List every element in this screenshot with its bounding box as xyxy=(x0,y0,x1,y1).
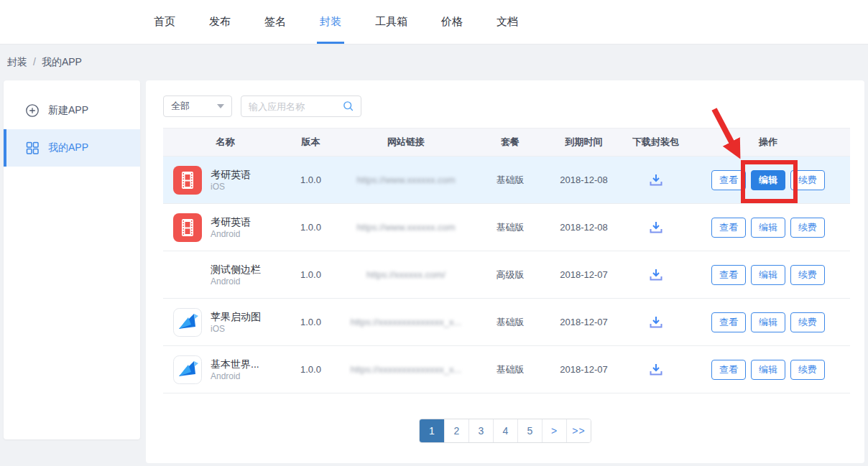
pagination: 12345>>> xyxy=(419,419,591,443)
last-page-button[interactable]: >> xyxy=(566,419,591,442)
app-platform: Android xyxy=(211,371,259,382)
column-header: 网站链接 xyxy=(334,136,478,149)
renew-button[interactable]: 续费 xyxy=(790,170,825,190)
page-button-1[interactable]: 1 xyxy=(420,419,444,442)
url-cell: https://www.xxxxxx.com xyxy=(334,174,478,185)
renew-button[interactable]: 续费 xyxy=(790,312,825,332)
nav-tab[interactable]: 价格 xyxy=(430,0,474,44)
table-header-row: 名称版本网站链接套餐到期时间下载封装包操作 xyxy=(163,128,850,157)
filter-select[interactable]: 全部 xyxy=(163,95,232,117)
app-name-cell: S 基本世界... Android xyxy=(163,355,287,384)
app-icon: S xyxy=(173,166,202,195)
search-box xyxy=(241,95,361,117)
sidebar-item-new-app[interactable]: 新建APP xyxy=(4,92,140,129)
page-button-3[interactable]: 3 xyxy=(468,419,493,442)
plan-cell: 基础版 xyxy=(478,316,542,329)
edit-button[interactable]: 编辑 xyxy=(751,360,785,380)
edit-button[interactable]: 编辑 xyxy=(751,265,785,285)
download-icon xyxy=(647,266,665,284)
search-input[interactable] xyxy=(249,101,342,112)
version-cell: 1.0.0 xyxy=(287,174,334,185)
search-icon[interactable] xyxy=(342,100,355,113)
breadcrumb-current: 我的APP xyxy=(42,56,82,69)
renew-button[interactable]: 续费 xyxy=(790,360,825,380)
view-button[interactable]: 查看 xyxy=(711,312,746,332)
app-platform: Android xyxy=(211,276,261,287)
breadcrumb-parent[interactable]: 封装 xyxy=(7,56,27,69)
table-row: S 测试侧边栏 Android 1.0.0 https://xxxxxx.com… xyxy=(163,251,850,299)
view-button[interactable]: 查看 xyxy=(711,265,746,285)
nav-tab[interactable]: 发布 xyxy=(198,0,242,44)
app-name: 考研英语 xyxy=(211,168,251,181)
sidebar-item-my-app[interactable]: 我的APP xyxy=(4,129,140,167)
actions-cell: 查看编辑续费 xyxy=(686,218,850,238)
app-name-cell: S 测试侧边栏 Android xyxy=(163,261,287,289)
film-icon xyxy=(173,166,202,195)
download-package-button[interactable] xyxy=(625,219,686,236)
app-icon: S xyxy=(173,261,202,289)
download-package-button[interactable] xyxy=(625,361,686,378)
download-package-button[interactable] xyxy=(625,266,686,284)
app-name-cell: S 苹果启动图 iOS xyxy=(163,308,287,337)
chevron-down-icon xyxy=(217,104,224,108)
nav-tab-label: 文档 xyxy=(497,15,518,29)
edit-button[interactable]: 编辑 xyxy=(751,218,785,238)
download-package-button[interactable] xyxy=(625,172,686,189)
app-icon: S xyxy=(173,355,202,384)
table-row: S 苹果启动图 iOS 1.0.0 https://xxxxxxxxxxxxxx… xyxy=(163,299,850,346)
nav-tab-label: 首页 xyxy=(154,15,175,29)
nav-tab[interactable]: 签名 xyxy=(253,0,297,44)
renew-button[interactable]: 续费 xyxy=(790,265,825,285)
app-name-block: 考研英语 iOS xyxy=(211,168,251,192)
page-button-2[interactable]: 2 xyxy=(444,419,468,442)
sidebar-item-label: 新建APP xyxy=(48,104,88,117)
origami-bird-icon xyxy=(173,355,202,384)
download-icon xyxy=(647,172,665,189)
app-name: 测试侧边栏 xyxy=(211,263,261,276)
view-button[interactable]: 查看 xyxy=(711,218,746,238)
renew-button[interactable]: 续费 xyxy=(790,218,825,238)
breadcrumb: 封装 / 我的APP xyxy=(7,56,82,69)
edit-button[interactable]: 编辑 xyxy=(751,312,785,332)
view-button[interactable]: 查看 xyxy=(711,360,746,380)
app-name-block: 测试侧边栏 Android xyxy=(211,263,261,287)
top-nav: 首页发布签名封装工具箱价格文档 xyxy=(0,0,868,45)
svg-text:S: S xyxy=(184,269,192,281)
app-name-block: 苹果启动图 iOS xyxy=(211,310,261,335)
column-header: 下载封装包 xyxy=(625,136,686,149)
version-cell: 1.0.0 xyxy=(287,269,334,280)
actions-cell: 查看编辑续费 xyxy=(686,265,850,285)
nav-tab[interactable]: 封装 xyxy=(308,0,353,44)
toolbar: 全部 xyxy=(163,95,361,117)
column-header: 操作 xyxy=(686,136,850,149)
app-icon: S xyxy=(173,308,202,337)
origami-bird-icon xyxy=(173,308,202,337)
nav-tab-label: 价格 xyxy=(441,15,463,29)
expire-date-cell: 2018-12-07 xyxy=(542,364,625,375)
page-button-5[interactable]: 5 xyxy=(517,419,542,442)
nav-tab[interactable]: 工具箱 xyxy=(364,0,419,44)
edit-button[interactable]: 编辑 xyxy=(751,170,785,190)
nav-tab[interactable]: 首页 xyxy=(142,0,187,44)
column-header: 名称 xyxy=(163,136,287,149)
url-cell: https://xxxxxxxxxxxxxx_x... xyxy=(334,364,478,375)
table-body: S 考研英语 iOS 1.0.0 https://www.xxxxxx.com … xyxy=(163,157,850,393)
breadcrumb-separator: / xyxy=(33,56,36,69)
expire-date-cell: 2018-12-08 xyxy=(542,222,625,233)
url-cell: https://xxxxxxxxxxxxxx_x... xyxy=(334,317,478,327)
view-button[interactable]: 查看 xyxy=(711,170,746,190)
expire-date-cell: 2018-12-08 xyxy=(542,174,625,185)
app-name: 苹果启动图 xyxy=(211,310,261,323)
plan-cell: 基础版 xyxy=(478,174,542,187)
page-button-4[interactable]: 4 xyxy=(493,419,517,442)
app-name: 考研英语 xyxy=(211,215,251,228)
grid-icon xyxy=(25,141,40,155)
page: 首页发布签名封装工具箱价格文档 封装 / 我的APP 新建APP 我的APP 全… xyxy=(0,0,868,466)
sidebar-item-label: 我的APP xyxy=(48,141,88,154)
column-header: 套餐 xyxy=(478,136,542,149)
app-name-cell: S 考研英语 iOS xyxy=(163,166,287,195)
plus-circle-icon xyxy=(25,103,40,118)
next-page-button[interactable]: > xyxy=(542,419,566,442)
nav-tab[interactable]: 文档 xyxy=(485,0,530,44)
download-package-button[interactable] xyxy=(625,314,686,331)
